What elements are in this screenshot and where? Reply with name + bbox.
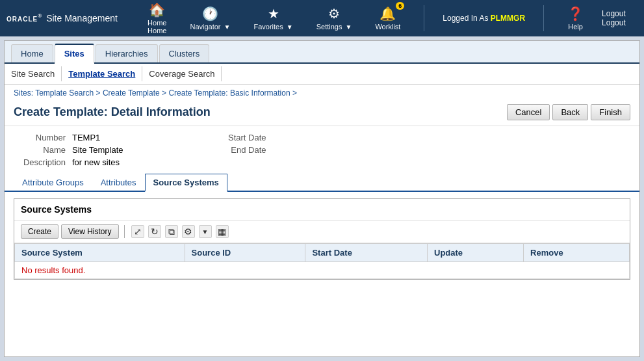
logout-nav[interactable]: Logout Logout [602, 9, 626, 27]
username: PLMMGR [491, 14, 525, 23]
nav-divider [424, 5, 424, 31]
top-navigation: ORACLE® Site Management 🏠 Home Home 🕐 Na… [0, 0, 644, 36]
sec-nav-template-search[interactable]: Template Search [62, 66, 142, 81]
app-title: Site Management [46, 13, 118, 23]
sec-nav-coverage-search[interactable]: Coverage Search [142, 66, 222, 81]
info-row-end-date: End Date [214, 145, 273, 155]
navigator-nav[interactable]: 🕐 Navigator ▼ [185, 3, 235, 33]
refresh-icon[interactable]: ↻ [148, 225, 161, 238]
view-history-button[interactable]: View History [61, 224, 118, 239]
inner-tab-bar: Attribute Groups Attributes Source Syste… [5, 174, 639, 192]
sec-nav-site-search[interactable]: Site Search [11, 66, 62, 81]
no-results-message: No results found. [21, 265, 85, 275]
inner-tab-attributes[interactable]: Attributes [92, 174, 145, 192]
worklist-icon: 🔔 6 [375, 6, 400, 21]
cancel-button[interactable]: Cancel [507, 104, 550, 120]
navigator-icon: 🕐 [202, 6, 218, 21]
copy-icon[interactable]: ⧉ [165, 225, 178, 238]
inner-tab-source-systems[interactable]: Source Systems [145, 174, 227, 192]
table-row: No results found. [15, 262, 630, 279]
col-source-system: Source System [15, 244, 185, 262]
tab-hierarchies[interactable]: Hierarchies [96, 44, 158, 62]
home-icon: 🏠 [149, 2, 165, 18]
main-tab-bar: Home Sites Hierarchies Clusters [5, 41, 639, 64]
info-row-number: Number TEMP1 [14, 133, 123, 142]
breadcrumb-basic-info[interactable]: Create Template: Basic Information [168, 88, 290, 98]
panel-toolbar: Create View History ⤢ ↻ ⧉ ⚙ ▼ ▦ [14, 221, 630, 243]
worklist-nav[interactable]: 🔔 6 Worklist [370, 3, 406, 33]
settings-nav[interactable]: ⚙ Settings ▼ [311, 3, 357, 33]
info-row-start-date: Start Date [214, 133, 273, 142]
worklist-badge: 6 [396, 2, 404, 10]
breadcrumb: Sites: Template Search > Create Template… [5, 85, 639, 101]
settings-icon: ⚙ [328, 6, 340, 21]
settings-dropdown-icon: ▼ [346, 23, 352, 31]
user-info: Logged In As PLMMGR [443, 14, 525, 23]
tab-clusters[interactable]: Clusters [159, 44, 210, 62]
header-buttons: Cancel Back Finish [507, 104, 630, 120]
favorites-nav[interactable]: ★ Favorites ▼ [248, 3, 298, 33]
nav-items: 🏠 Home Home 🕐 Navigator ▼ ★ Favorites ▼ … [131, 0, 638, 37]
home-nav[interactable]: 🏠 Home Home [142, 0, 172, 37]
info-right: Start Date End Date [214, 133, 273, 167]
finish-button[interactable]: Finish [591, 104, 630, 120]
grid-icon[interactable]: ▦ [216, 225, 229, 238]
secondary-navigation: Site Search Template Search Coverage Sea… [5, 64, 639, 85]
navigator-dropdown-icon: ▼ [224, 23, 231, 31]
page-title: Create Template: Detail Information [14, 105, 211, 119]
info-area: Number TEMP1 Name Site Template Descript… [5, 126, 639, 174]
toolbar-divider [124, 225, 125, 238]
tab-sites[interactable]: Sites [55, 44, 94, 64]
col-source-id: Source ID [185, 244, 305, 262]
main-container: Home Sites Hierarchies Clusters Site Sea… [4, 40, 640, 357]
info-row-name: Name Site Template [14, 145, 123, 155]
content-panel: Source Systems Create View History ⤢ ↻ ⧉… [14, 198, 630, 280]
breadcrumb-create-template[interactable]: Create Template [103, 88, 160, 98]
help-icon: ❓ [567, 6, 584, 21]
nav-divider-2 [543, 5, 544, 31]
oracle-logo: ORACLE® [6, 12, 46, 24]
settings-gear-icon[interactable]: ⚙ [182, 225, 195, 238]
table-header-row: Source System Source ID Start Date Updat… [15, 244, 630, 262]
tab-home[interactable]: Home [11, 44, 53, 62]
source-systems-table: Source System Source ID Start Date Updat… [14, 243, 630, 279]
inner-tab-attribute-groups[interactable]: Attribute Groups [14, 174, 92, 192]
panel-title: Source Systems [14, 199, 630, 221]
breadcrumb-template-search[interactable]: Sites: Template Search [14, 88, 94, 98]
info-row-description: Description for new sites [14, 157, 123, 167]
col-start-date: Start Date [305, 244, 428, 262]
page-header: Create Template: Detail Information Canc… [5, 101, 639, 126]
col-remove: Remove [524, 244, 630, 262]
back-button[interactable]: Back [552, 104, 588, 120]
create-button[interactable]: Create [21, 224, 58, 239]
logo-area: ORACLE® Site Management [6, 12, 118, 24]
favorites-icon: ★ [268, 6, 279, 21]
col-update: Update [428, 244, 524, 262]
expand-icon[interactable]: ⤢ [131, 225, 144, 238]
dropdown-icon[interactable]: ▼ [199, 225, 212, 238]
favorites-dropdown-icon: ▼ [287, 23, 293, 31]
help-nav[interactable]: ❓ Help [562, 3, 589, 33]
info-left: Number TEMP1 Name Site Template Descript… [14, 133, 123, 167]
